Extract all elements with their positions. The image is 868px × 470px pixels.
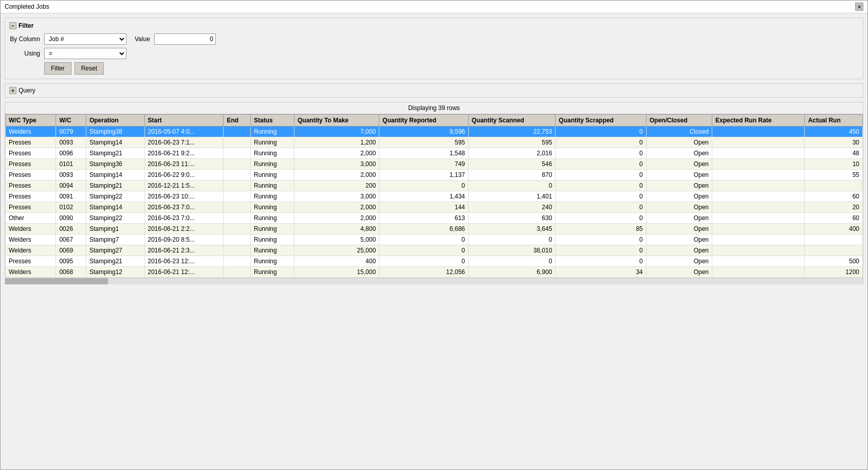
table-cell: 4,800 [294, 224, 379, 234]
table-cell: 0 [556, 234, 646, 245]
filter-collapse-button[interactable]: − [9, 22, 16, 29]
table-cell [805, 245, 863, 256]
table-cell: 0090 [56, 213, 86, 224]
close-button[interactable]: ✕ [855, 3, 863, 11]
table-row[interactable]: Other0090Stamping222016-06-23 7:0...Runn… [6, 213, 863, 224]
table-cell: 2016-12-21 1:5... [144, 180, 224, 191]
table-cell [224, 137, 251, 148]
table-row[interactable]: Presses0096Stamping212016-06-21 9:2...Ru… [6, 148, 863, 159]
table-cell: 0096 [56, 148, 86, 159]
table-cell: Running [250, 256, 294, 267]
table-cell: 0 [556, 159, 646, 170]
table-cell: 60 [805, 191, 863, 202]
table-row[interactable]: Welders0026Stamping12016-06-21 2:2...Run… [6, 224, 863, 234]
table-row[interactable]: Welders0067Stamping72016-09-20 8:5...Run… [6, 234, 863, 245]
filter-button[interactable]: Filter [44, 62, 71, 75]
table-cell: Running [250, 170, 294, 180]
table-cell: 7,000 [294, 126, 379, 137]
col-qty-reported[interactable]: Quantity Reported [379, 115, 468, 126]
table-row[interactable]: Presses0094Stamping212016-12-21 1:5...Ru… [6, 180, 863, 191]
col-start[interactable]: Start [144, 115, 224, 126]
table-cell: 5,000 [294, 234, 379, 245]
table-row[interactable]: Presses0095Stamping212016-06-23 12:...Ru… [6, 256, 863, 267]
table-cell [224, 148, 251, 159]
col-qty-scanned[interactable]: Quantity Scanned [468, 115, 556, 126]
table-cell: Presses [6, 180, 56, 191]
table-row[interactable]: Presses0091Stamping222016-06-23 10:...Ru… [6, 191, 863, 202]
table-cell: 0093 [56, 137, 86, 148]
table-cell: 0068 [56, 267, 86, 278]
value-label: Value [135, 35, 150, 43]
table-cell: 2016-06-23 10:... [144, 191, 224, 202]
table-cell: 450 [805, 126, 863, 137]
col-exp-run-rate[interactable]: Expected Run Rate [712, 115, 805, 126]
table-row[interactable]: Presses0093Stamping142016-06-22 9:0...Ru… [6, 170, 863, 180]
table-row[interactable]: Welders0068Stamping122016-06-21 12:...Ru… [6, 267, 863, 278]
table-cell: Open [646, 148, 712, 159]
table-cell: 2016-06-23 11:... [144, 159, 224, 170]
col-end[interactable]: End [224, 115, 251, 126]
col-qty-scrapped[interactable]: Quantity Scrapped [556, 115, 646, 126]
table-row[interactable]: Presses0102Stamping142016-06-23 7:0...Ru… [6, 202, 863, 213]
table-cell [224, 191, 251, 202]
by-column-select[interactable]: Job #W/C TypeW/COperationStartEndStatus [44, 33, 126, 45]
col-actual-run[interactable]: Actual Run [805, 115, 863, 126]
col-qty-make[interactable]: Quantity To Make [294, 115, 379, 126]
table-row[interactable]: Welders0069Stamping272016-06-21 2:3...Ru… [6, 245, 863, 256]
table-cell: 0 [556, 213, 646, 224]
table-cell: 595 [379, 137, 468, 148]
table-cell: 60 [805, 213, 863, 224]
table-cell [224, 180, 251, 191]
value-input[interactable] [154, 33, 216, 45]
table-cell: 85 [556, 224, 646, 234]
using-select[interactable]: =<><=>=!= [44, 48, 126, 59]
table-cell: 25,000 [294, 245, 379, 256]
table-cell: 0 [556, 126, 646, 137]
table-cell: Running [250, 202, 294, 213]
filter-section: − Filter By Column Job #W/C TypeW/COpera… [5, 17, 863, 79]
scroll-track[interactable] [5, 278, 863, 284]
col-wc[interactable]: W/C [56, 115, 86, 126]
table-cell [712, 180, 805, 191]
query-expand-button[interactable]: + [9, 87, 16, 94]
col-wc-type[interactable]: W/C Type [6, 115, 56, 126]
table-cell: Stamping22 [86, 213, 144, 224]
filter-label: Filter [19, 22, 33, 29]
table-cell: Running [250, 267, 294, 278]
table-cell: Presses [6, 191, 56, 202]
table-cell [712, 191, 805, 202]
table-cell: Open [646, 202, 712, 213]
table-cell: Running [250, 180, 294, 191]
main-window: Completed Jobs ✕ − Filter By Column Job … [0, 0, 868, 470]
table-scroll-container[interactable]: W/C Type W/C Operation Start End Status … [5, 114, 863, 278]
table-cell: 0 [556, 180, 646, 191]
table-cell: Stamping14 [86, 170, 144, 180]
table-cell [224, 159, 251, 170]
table-cell: 200 [294, 180, 379, 191]
table-cell: 3,000 [294, 191, 379, 202]
table-cell: Presses [6, 202, 56, 213]
table-cell [712, 137, 805, 148]
table-row[interactable]: Presses0093Stamping142016-06-23 7:1...Ru… [6, 137, 863, 148]
table-cell: 0079 [56, 126, 86, 137]
table-row[interactable]: Presses0101Stamping362016-06-23 11:...Ru… [6, 159, 863, 170]
reset-button[interactable]: Reset [75, 62, 104, 75]
table-cell: Running [250, 126, 294, 137]
title-bar-left: Completed Jobs [5, 3, 49, 10]
table-cell: 0 [379, 245, 468, 256]
col-status[interactable]: Status [250, 115, 294, 126]
table-cell: Closed [646, 126, 712, 137]
table-cell: 9,596 [379, 126, 468, 137]
table-cell: 0 [379, 180, 468, 191]
scroll-thumb[interactable] [5, 278, 108, 284]
table-row[interactable]: Welders0079Stamping382016-05-07 4:0...Ru… [6, 126, 863, 137]
horizontal-scrollbar[interactable] [5, 278, 863, 284]
table-cell: Open [646, 245, 712, 256]
table-cell: 1,401 [468, 191, 556, 202]
table-cell: Stamping22 [86, 191, 144, 202]
table-cell: 10 [805, 159, 863, 170]
table-cell: 0069 [56, 245, 86, 256]
col-operation[interactable]: Operation [86, 115, 144, 126]
col-open-closed[interactable]: Open/Closed [646, 115, 712, 126]
table-cell: Open [646, 137, 712, 148]
